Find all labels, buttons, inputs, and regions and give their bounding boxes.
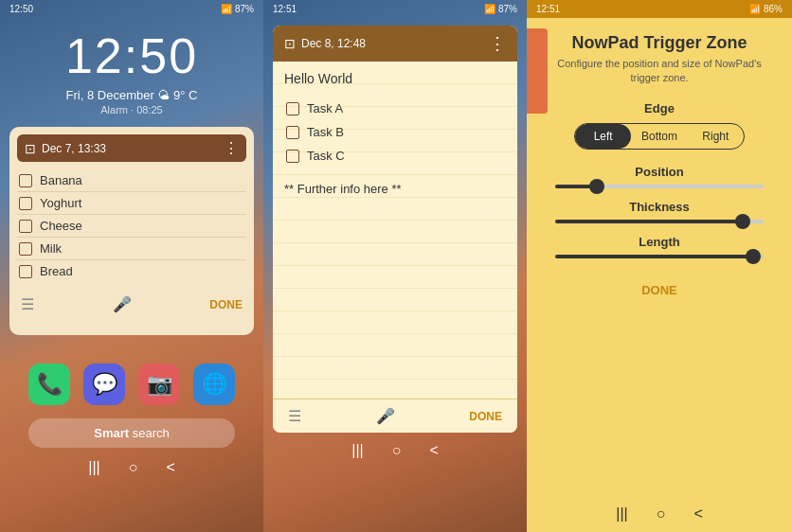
length-thumb[interactable] bbox=[746, 249, 761, 264]
note-task-item[interactable]: Task C bbox=[284, 145, 506, 167]
thickness-thumb[interactable] bbox=[735, 214, 750, 229]
item-label: Banana bbox=[40, 173, 82, 187]
status-bar-3: 12:51 📶 86% bbox=[527, 0, 792, 18]
nav-back-icon[interactable]: < bbox=[166, 459, 174, 476]
status-icons-1: 📶 87% bbox=[221, 4, 254, 14]
list-item[interactable]: Milk bbox=[17, 238, 246, 260]
trigger-zone-accent bbox=[527, 28, 548, 114]
edge-bottom-button[interactable]: Bottom bbox=[631, 124, 687, 149]
position-thumb[interactable] bbox=[589, 179, 604, 194]
further-info-text: ** Further info here ** bbox=[284, 182, 506, 196]
settings-done-button[interactable]: DONE bbox=[641, 283, 677, 297]
list-item[interactable]: Yoghurt bbox=[17, 192, 246, 215]
battery-text-2: 87% bbox=[498, 4, 517, 14]
nav-recent-icon[interactable]: ||| bbox=[88, 459, 99, 476]
position-label: Position bbox=[546, 165, 773, 179]
checklist: Banana Yoghurt Cheese Milk Bread bbox=[17, 169, 246, 282]
length-track-filled bbox=[555, 255, 753, 258]
status-time-1: 12:50 bbox=[9, 4, 33, 14]
note-card-header: ⊡ Dec 8, 12:48 ⋮ bbox=[273, 26, 517, 62]
nav-back-icon-3[interactable]: < bbox=[693, 505, 702, 523]
thickness-label: Thickness bbox=[546, 200, 773, 214]
list-icon[interactable]: ☰ bbox=[21, 295, 34, 313]
note-card: ⊡ Dec 8, 12:48 ⋮ Hello World Task A Task… bbox=[273, 26, 517, 433]
nav-home-icon[interactable]: ○ bbox=[129, 459, 138, 476]
nav-home-icon-3[interactable]: ○ bbox=[657, 505, 666, 523]
smart-search-label: Smart search bbox=[94, 426, 170, 440]
note-task-item[interactable]: Task B bbox=[284, 121, 506, 143]
widget-header: ⊡ Dec 7, 13:33 ⋮ bbox=[17, 134, 246, 162]
nav-bar-1: ||| ○ < bbox=[0, 459, 263, 476]
note-done-button[interactable]: DONE bbox=[469, 410, 502, 423]
checkbox-milk[interactable] bbox=[19, 242, 32, 256]
panel-note-detail: 12:51 📶 87% ⊡ Dec 8, 12:48 ⋮ Hello World… bbox=[263, 0, 527, 532]
battery-text-1: 87% bbox=[235, 4, 254, 14]
note-more-icon[interactable]: ⋮ bbox=[489, 33, 506, 54]
done-button[interactable]: DONE bbox=[209, 298, 243, 311]
nav-bar-2: ||| ○ < bbox=[263, 442, 527, 459]
messages-app-icon[interactable]: 💬 bbox=[83, 364, 125, 405]
thickness-track bbox=[555, 220, 764, 223]
camera-app-icon[interactable]: 📷 bbox=[138, 364, 180, 405]
edge-selector: Left Bottom Right bbox=[574, 123, 745, 150]
item-label: Cheese bbox=[40, 219, 82, 233]
task-label-c: Task C bbox=[307, 149, 345, 163]
nav-home-icon-2[interactable]: ○ bbox=[392, 442, 402, 459]
widget-more-icon[interactable]: ⋮ bbox=[224, 139, 239, 157]
checkbox-yoghurt[interactable] bbox=[19, 197, 32, 210]
nav-back-icon-2[interactable]: < bbox=[429, 442, 438, 459]
panel-nowpad-settings: 12:51 📶 86% NowPad Trigger Zone Configur… bbox=[527, 0, 792, 532]
settings-subtitle: Configure the position and size of NowPa… bbox=[546, 57, 773, 86]
task-checkbox-b[interactable] bbox=[286, 126, 299, 139]
status-bar-1: 12:50 📶 87% bbox=[0, 0, 263, 18]
task-checkbox-a[interactable] bbox=[286, 102, 299, 115]
widget-corner-icon: ⊡ bbox=[25, 141, 36, 156]
list-item[interactable]: Bread bbox=[17, 260, 246, 282]
notepad-widget: ⊡ Dec 7, 13:33 ⋮ Banana Yoghurt Cheese M… bbox=[9, 127, 254, 335]
note-mic-icon[interactable]: 🎤 bbox=[376, 407, 395, 425]
phone-app-icon[interactable]: 📞 bbox=[28, 364, 70, 405]
length-track bbox=[555, 255, 764, 258]
date-display: Fri, 8 December 🌤 9° C bbox=[0, 88, 263, 102]
mic-icon[interactable]: 🎤 bbox=[113, 295, 132, 313]
note-tasks: Task A Task B Task C bbox=[284, 98, 506, 167]
nav-recent-icon-3[interactable]: ||| bbox=[616, 505, 627, 523]
task-label-a: Task A bbox=[307, 101, 343, 115]
checkbox-bread[interactable] bbox=[19, 265, 32, 278]
status-bar-2: 12:51 📶 87% bbox=[263, 0, 527, 18]
task-checkbox-c[interactable] bbox=[286, 150, 299, 163]
edge-left-button[interactable]: Left bbox=[575, 124, 631, 149]
note-task-item[interactable]: Task A bbox=[284, 98, 506, 119]
checkbox-cheese[interactable] bbox=[19, 220, 32, 233]
thickness-track-filled bbox=[555, 220, 743, 223]
status-time-3: 12:51 bbox=[536, 4, 560, 14]
app-dock: 📞 💬 📷 🌐 bbox=[0, 364, 263, 405]
nav-recent-icon-2[interactable]: ||| bbox=[351, 442, 363, 459]
item-label: Yoghurt bbox=[40, 196, 81, 210]
nav-bar-3: ||| ○ < bbox=[527, 505, 792, 523]
note-list-icon[interactable]: ☰ bbox=[288, 407, 301, 425]
note-footer: ☰ 🎤 DONE bbox=[273, 399, 517, 433]
thickness-slider-section: Thickness bbox=[546, 200, 773, 223]
note-main-title: Hello World bbox=[284, 71, 506, 86]
settings-title: NowPad Trigger Zone bbox=[571, 33, 747, 53]
edge-right-button[interactable]: Right bbox=[688, 124, 744, 149]
status-icons-2: 📶 87% bbox=[484, 4, 517, 14]
task-label-b: Task B bbox=[307, 125, 344, 139]
note-header-left: ⊡ Dec 8, 12:48 bbox=[284, 36, 366, 51]
widget-header-left: ⊡ Dec 7, 13:33 bbox=[25, 141, 106, 156]
list-item[interactable]: Banana bbox=[17, 169, 246, 192]
edge-label: Edge bbox=[546, 101, 773, 115]
browser-app-icon[interactable]: 🌐 bbox=[193, 364, 235, 405]
checkbox-banana[interactable] bbox=[19, 174, 32, 187]
length-slider-section: Length bbox=[546, 235, 773, 258]
list-item[interactable]: Cheese bbox=[17, 215, 246, 238]
status-time-2: 12:51 bbox=[273, 4, 297, 14]
smart-search-bar[interactable]: Smart search bbox=[28, 418, 235, 448]
note-date: Dec 8, 12:48 bbox=[301, 37, 366, 50]
wifi-icon: 📶 bbox=[221, 4, 232, 14]
panel-lock-screen: 12:50 📶 87% 12:50 Fri, 8 December 🌤 9° C… bbox=[0, 0, 263, 532]
length-label: Length bbox=[546, 235, 773, 249]
status-icons-3: 📶 86% bbox=[749, 4, 783, 14]
battery-text-3: 86% bbox=[764, 4, 783, 14]
